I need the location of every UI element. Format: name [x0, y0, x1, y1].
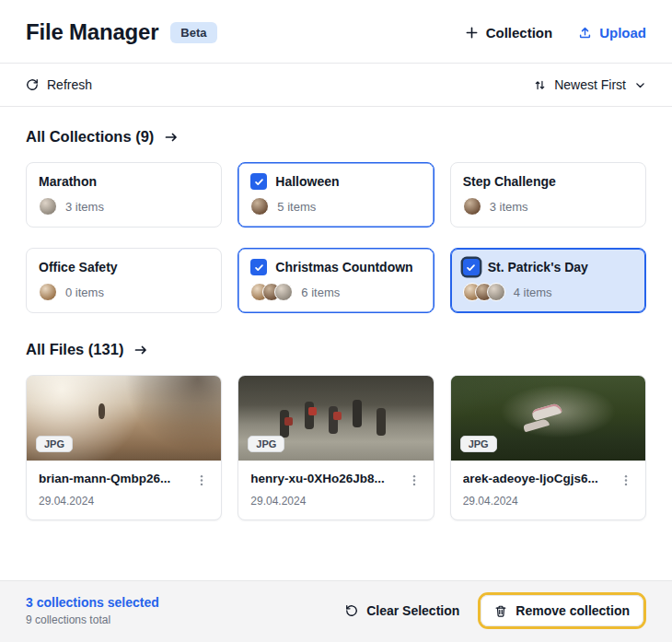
collection-checkbox[interactable]	[463, 259, 480, 275]
beta-badge: Beta	[170, 22, 216, 43]
add-collection-label: Collection	[486, 25, 553, 41]
collection-item-count: 5 items	[277, 200, 316, 214]
file-menu-button[interactable]	[408, 472, 423, 487]
avatar-group	[39, 197, 57, 216]
collection-name: Halloween	[275, 173, 339, 190]
sort-dropdown[interactable]: Newest First	[534, 77, 646, 92]
collection-meta: 5 items	[250, 197, 421, 216]
collection-meta: 3 items	[39, 197, 209, 216]
clear-selection-button[interactable]: Clear Selection	[345, 603, 459, 618]
total-count: 9 collections total	[26, 613, 159, 626]
files-heading-label: All Files (131)	[26, 341, 123, 358]
kebab-icon	[195, 473, 208, 487]
sort-label: Newest First	[554, 77, 626, 92]
collection-card-office-safety[interactable]: Office Safety 0 items	[26, 248, 222, 313]
trash-icon	[494, 604, 507, 618]
clear-selection-icon	[345, 604, 358, 617]
collection-card-header: Christmas Countdown	[250, 259, 421, 275]
avatar-group	[463, 197, 481, 216]
file-type-badge: JPG	[460, 436, 497, 452]
file-card-2[interactable]: JPG henry-xu-0XHo26Jb8... 29.04.2024	[238, 375, 434, 520]
file-date: 29.04.2024	[39, 495, 210, 508]
kebab-icon	[620, 473, 632, 487]
collection-card-marathon[interactable]: Marathon 3 items	[26, 162, 222, 228]
collection-card-header: Marathon	[39, 173, 209, 190]
remove-collection-button[interactable]: Remove collection	[481, 595, 643, 626]
collection-card-christmas-countdown[interactable]: Christmas Countdown 6 items	[238, 248, 434, 313]
check-icon	[466, 263, 476, 273]
avatar	[274, 283, 293, 301]
collection-item-count: 0 items	[65, 286, 104, 299]
file-card-3[interactable]: JPG arek-adeoye-ljoCgjs6... 29.04.2024	[450, 375, 646, 520]
collection-item-count: 3 items	[490, 200, 528, 214]
file-date: 29.04.2024	[463, 495, 634, 508]
plus-icon	[465, 26, 479, 40]
collections-heading-label: All Collections (9)	[26, 128, 154, 146]
collection-name: Office Safety	[39, 259, 118, 275]
arrow-right-icon[interactable]	[164, 130, 179, 145]
file-menu-button[interactable]	[195, 472, 210, 487]
header: File Manager Beta Collection Upload	[0, 0, 672, 63]
collections-heading: All Collections (9)	[26, 128, 646, 146]
file-card-body: arek-adeoye-ljoCgjs6... 29.04.2024	[451, 461, 645, 519]
collection-item-count: 3 items	[65, 200, 104, 214]
avatar-group	[250, 283, 293, 301]
avatar	[463, 197, 481, 216]
collection-name: Step Challenge	[463, 173, 556, 190]
page-title: File Manager	[26, 19, 158, 45]
header-title-group: File Manager Beta	[26, 19, 217, 45]
avatar	[39, 283, 57, 301]
collection-meta: 0 items	[39, 283, 209, 301]
chevron-down-icon	[634, 79, 646, 91]
refresh-button[interactable]: Refresh	[26, 77, 92, 92]
upload-label: Upload	[599, 25, 646, 41]
selection-footer: 3 collections selected 9 collections tot…	[0, 580, 672, 642]
toolbar: Refresh Newest First	[0, 63, 672, 107]
file-card-1[interactable]: JPG brian-mann-Qmbp26... 29.04.2024	[26, 375, 222, 520]
file-name: arek-adeoye-ljoCgjs6...	[463, 472, 598, 485]
footer-actions: Clear Selection Remove collection	[345, 592, 646, 629]
collection-item-count: 4 items	[514, 286, 552, 299]
avatar	[250, 197, 269, 216]
collection-card-header: St. Patrick's Day	[463, 259, 633, 275]
sort-icon	[534, 79, 546, 91]
add-collection-button[interactable]: Collection	[465, 25, 553, 41]
collection-meta: 4 items	[463, 283, 633, 301]
refresh-label: Refresh	[47, 77, 92, 92]
collection-card-step-challenge[interactable]: Step Challenge 3 items	[450, 162, 646, 228]
kebab-icon	[408, 473, 421, 487]
collection-card-halloween[interactable]: Halloween 5 items	[238, 162, 434, 228]
file-card-body: brian-mann-Qmbp26... 29.04.2024	[27, 461, 221, 519]
collection-card-header: Halloween	[250, 173, 421, 190]
header-actions: Collection Upload	[465, 25, 646, 41]
file-name: brian-mann-Qmbp26...	[39, 472, 170, 485]
file-name: henry-xu-0XHo26Jb8...	[250, 472, 385, 485]
collection-card-header: Office Safety	[39, 259, 209, 275]
collection-name: Christmas Countdown	[275, 259, 412, 275]
collection-meta: 6 items	[250, 283, 421, 301]
collection-name: St. Patrick's Day	[488, 259, 588, 275]
clear-selection-label: Clear Selection	[366, 603, 459, 618]
avatar	[487, 283, 505, 301]
files-grid: JPG brian-mann-Qmbp26... 29.04.2024 JPG	[26, 375, 646, 520]
arrow-right-icon[interactable]	[133, 343, 148, 357]
highlight-ring: Remove collection	[478, 592, 646, 629]
avatar-group	[250, 197, 269, 216]
collection-item-count: 6 items	[301, 286, 340, 299]
collection-checkbox[interactable]	[250, 259, 267, 275]
file-card-body: henry-xu-0XHo26Jb8... 29.04.2024	[238, 461, 433, 519]
collection-name: Marathon	[39, 173, 97, 190]
upload-button[interactable]: Upload	[578, 25, 646, 41]
collection-card-st-patricks-day[interactable]: St. Patrick's Day 4 items	[450, 248, 646, 313]
collections-grid: Marathon 3 items Halloween 5 items	[26, 162, 646, 313]
selection-summary: 3 collections selected 9 collections tot…	[26, 595, 159, 626]
file-thumbnail-beach: JPG	[27, 376, 221, 461]
collection-meta: 3 items	[463, 197, 633, 216]
file-menu-button[interactable]	[620, 472, 634, 487]
avatar-group	[39, 283, 57, 301]
upload-icon	[578, 26, 592, 40]
collection-checkbox[interactable]	[250, 173, 267, 190]
main-content: All Collections (9) Marathon 3 items H	[0, 107, 672, 580]
file-thumbnail-trail-runners: JPG	[238, 376, 433, 461]
check-icon	[254, 263, 264, 273]
